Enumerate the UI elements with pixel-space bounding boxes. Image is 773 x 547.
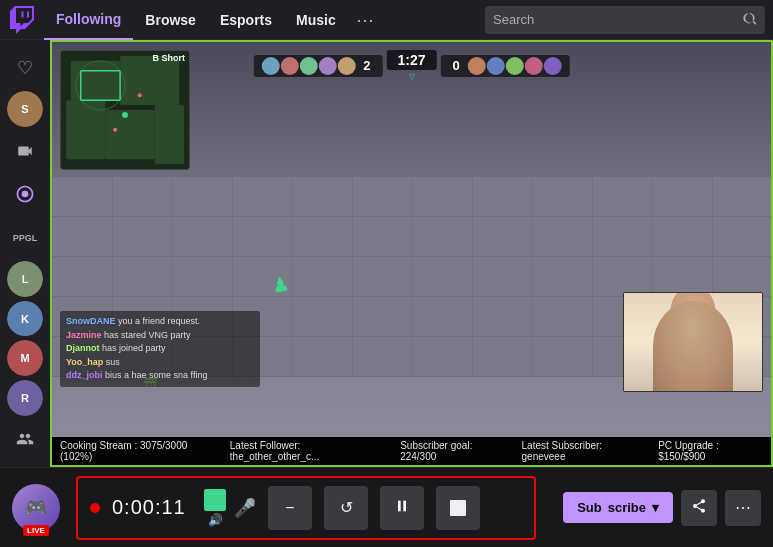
svg-point-0 [22, 191, 29, 198]
team2-score: 0 [449, 58, 464, 73]
subscribe-label: Sub [577, 500, 602, 515]
svg-rect-12 [398, 500, 401, 511]
twitch-logo-icon [8, 6, 36, 34]
live-badge: LIVE [23, 525, 49, 536]
streamer-avatar-wrap: 🎮 LIVE [12, 484, 60, 532]
video-player[interactable]: B Short [52, 42, 771, 437]
minimap: B Short [60, 50, 190, 170]
svg-rect-3 [120, 56, 179, 105]
minus-icon: − [285, 499, 294, 517]
right-side-controls: Subscribe ▾ ⋯ [563, 490, 761, 526]
share-icon [691, 498, 707, 518]
left-sidebar: ♡ S PPGL L K M R [0, 40, 50, 467]
sidebar-avatar-4[interactable]: M [7, 340, 43, 376]
nav-more-button[interactable]: ⋯ [348, 0, 382, 40]
pause-button[interactable] [380, 486, 424, 530]
chat-line-2: Jazmine has stared VNG party [66, 329, 254, 342]
revert-button[interactable]: ↺ [324, 486, 368, 530]
search-input[interactable] [493, 12, 735, 27]
streamer-webcam [624, 293, 762, 391]
revert-icon: ↺ [340, 498, 353, 517]
search-bar[interactable] [485, 6, 765, 34]
team2-avatars [468, 57, 562, 75]
recording-timer: 0:00:11 [112, 496, 192, 519]
pc-upgrade-status: PC Upgrade : $150/$900 [658, 440, 763, 462]
nav-following[interactable]: Following [44, 0, 133, 40]
stop-button[interactable] [436, 486, 480, 530]
stream-status-group: 🔊 🎤 [204, 489, 256, 527]
sidebar-avatar-1[interactable]: S [7, 91, 43, 127]
nav-music[interactable]: Music [284, 0, 348, 40]
svg-rect-5 [105, 110, 154, 159]
team1-score-box: 2 [253, 55, 382, 77]
svg-point-10 [138, 93, 142, 97]
nav-esports[interactable]: Esports [208, 0, 284, 40]
svg-rect-6 [155, 105, 185, 164]
svg-rect-13 [403, 500, 406, 511]
search-icon[interactable] [743, 11, 757, 28]
sidebar-avatar-3[interactable]: K [7, 301, 43, 337]
status-green-box [204, 489, 226, 511]
team1-avatars [261, 57, 355, 75]
svg-point-11 [113, 128, 117, 132]
microphone-icon: 🎤 [234, 497, 256, 519]
subscriber-goal-status: Subscriber goal: 224/300 [400, 440, 505, 462]
recording-indicator [90, 503, 100, 513]
latest-follower-status: Latest Follower: the_other_other_c... [230, 440, 384, 462]
streamer-info: 🎮 LIVE [12, 484, 60, 532]
chat-line-4: Yoo_hap sus [66, 356, 254, 369]
volume-down-button[interactable]: − [268, 486, 312, 530]
player-character: ♟ [270, 272, 292, 299]
cooking-stream-status: Cooking Stream : 3075/3000 (102%) [60, 440, 214, 462]
game-timer: 1:27 [387, 50, 437, 70]
top-navigation: Following Browse Esports Music ⋯ [0, 0, 773, 40]
avatar-initial: 🎮 [25, 497, 47, 519]
webcam-overlay [623, 292, 763, 392]
recording-controls-panel: 0:00:11 🔊 🎤 − ↺ [76, 476, 536, 540]
status-bar: Cooking Stream : 3075/3000 (102%) Latest… [52, 437, 771, 465]
bottom-controls: 🎮 LIVE 0:00:11 🔊 🎤 − ↺ [0, 467, 773, 547]
sidebar-item-ppgl[interactable]: PPGL [5, 218, 45, 257]
chat-line-1: SnowDANE you a friend request. [66, 315, 254, 328]
game-hud: 2 1:27 ▽ 0 [253, 50, 569, 81]
more-options-icon: ⋯ [735, 498, 751, 517]
stream-quality-indicator: 🔊 [204, 489, 226, 527]
sidebar-avatar-5[interactable]: R [7, 380, 43, 416]
team1-score: 2 [359, 58, 374, 73]
team2-score-box: 0 [441, 55, 570, 77]
sidebar-icon-heart[interactable]: ♡ [5, 48, 45, 87]
chat-line-5: ddz_jobi bius a hae some sna ffing [66, 369, 254, 382]
video-container: B Short [50, 40, 773, 467]
sidebar-icon-valorant[interactable] [5, 174, 45, 213]
svg-rect-4 [66, 100, 105, 159]
speaker-icon: 🔊 [208, 513, 223, 527]
sidebar-icon-users[interactable] [5, 420, 45, 459]
sidebar-icon-video[interactable] [5, 131, 45, 170]
share-button[interactable] [681, 490, 717, 526]
svg-rect-2 [71, 61, 120, 100]
chat-overlay: SnowDANE you a friend request. Jazmine h… [60, 311, 260, 387]
svg-point-9 [122, 112, 128, 118]
minimap-label: B Short [153, 53, 186, 63]
minimap-svg [61, 51, 189, 169]
stop-icon [450, 500, 466, 516]
subscribe-button[interactable]: Subscribe ▾ [563, 492, 673, 523]
nav-browse[interactable]: Browse [133, 0, 208, 40]
chat-line-3: Djannot has joined party [66, 342, 254, 355]
subscribe-full-label: scribe [608, 500, 646, 515]
sidebar-avatar-2[interactable]: L [7, 261, 43, 297]
subscribe-caret-icon: ▾ [652, 500, 659, 515]
main-content: ♡ S PPGL L K M R [0, 40, 773, 467]
more-options-button[interactable]: ⋯ [725, 490, 761, 526]
pause-icon [394, 498, 410, 518]
latest-subscriber-status: Latest Subscriber: geneveee [522, 440, 643, 462]
team-indicator: ▽ [409, 72, 415, 81]
